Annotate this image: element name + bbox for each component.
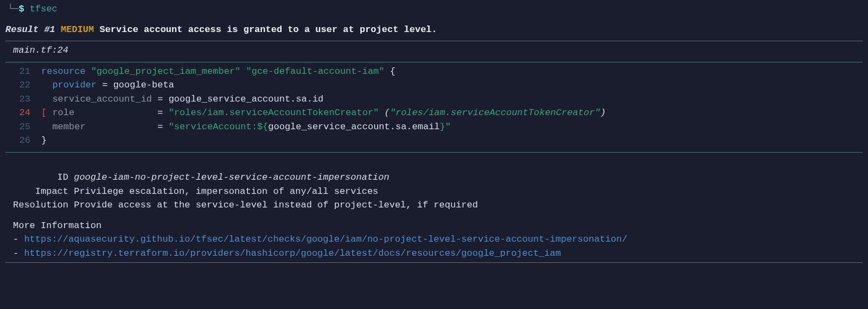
line-number: 23: [13, 92, 30, 106]
command: tfsec: [30, 4, 58, 14]
bullet: -: [13, 248, 24, 258]
result-label: Result #1: [5, 24, 55, 35]
line-number: 21: [13, 65, 30, 79]
id-label: ID: [13, 172, 74, 182]
impact-label: Impact: [13, 186, 74, 197]
prompt-symbol: $: [18, 4, 24, 14]
divider: [5, 262, 863, 263]
line-number-highlighted: 24: [13, 106, 30, 120]
code-line: 22 provider = google-beta: [13, 78, 863, 92]
code-block: 21resource "google_project_iam_member" "…: [5, 62, 863, 152]
file-location: main.tf:24: [5, 41, 863, 62]
bullet: -: [13, 234, 24, 244]
details-block: ID google-iam-no-project-level-service-a…: [5, 153, 863, 215]
code-line: 26}: [13, 134, 863, 148]
resolution-text: Provide access at the service-level inst…: [74, 200, 478, 210]
result-header: Result #1 MEDIUM Service account access …: [5, 21, 863, 41]
link-line: - https://aquasecurity.github.io/tfsec/l…: [13, 232, 863, 247]
more-info-title: More Information: [13, 219, 863, 233]
link-line: - https://registry.terraform.io/provider…: [13, 247, 863, 261]
line-number: 25: [13, 120, 30, 134]
impact-text: Privilege escalation, impersonation of a…: [74, 186, 378, 197]
line-number: 26: [13, 134, 30, 148]
rule-id: google-iam-no-project-level-service-acco…: [74, 172, 390, 182]
code-line: 21resource "google_project_iam_member" "…: [13, 65, 863, 79]
code-line: 23 service_account_id = google_service_a…: [13, 92, 863, 106]
doc-link[interactable]: https://registry.terraform.io/providers/…: [24, 248, 561, 258]
code-line: 25 member = "serviceAccount:${google_ser…: [13, 120, 863, 134]
severity-badge: MEDIUM: [61, 24, 94, 35]
line-number: 22: [13, 78, 30, 92]
prompt-branch: └─: [8, 4, 18, 14]
result-message: Service account access is granted to a u…: [99, 24, 437, 35]
resolution-label: Resolution: [13, 200, 74, 210]
terminal-output: └─$ tfsec Result #1 MEDIUM Service accou…: [0, 0, 868, 263]
doc-link[interactable]: https://aquasecurity.github.io/tfsec/lat…: [24, 234, 627, 244]
more-info-block: More Information - https://aquasecurity.…: [5, 215, 863, 263]
prompt-line: └─$ tfsec: [5, 0, 863, 21]
code-line: 24[ role = "roles/iam.serviceAccountToke…: [13, 106, 863, 120]
